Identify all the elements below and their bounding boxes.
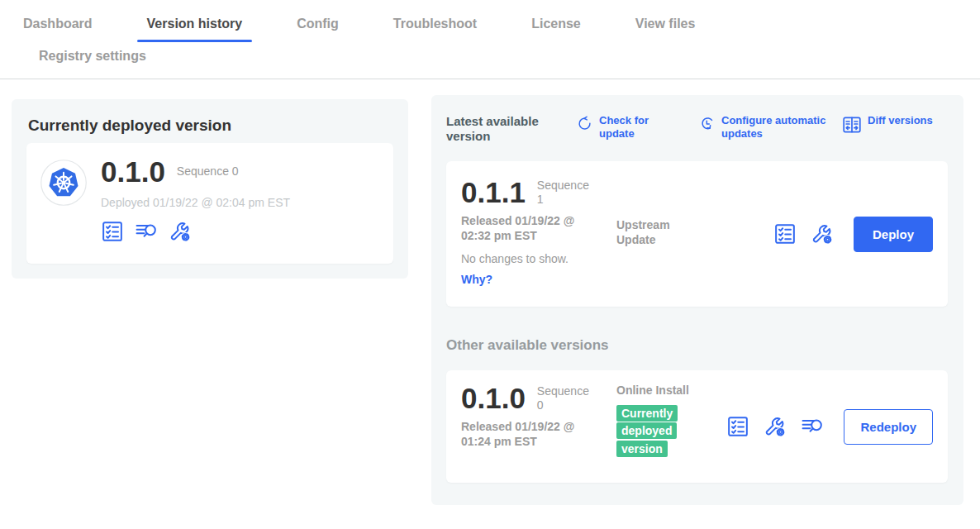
preflight-checks-icon[interactable]: [101, 220, 124, 243]
no-changes-note: No changes to show.: [461, 252, 616, 265]
deployed-sequence-label: Sequence 0: [177, 164, 239, 179]
tab-license[interactable]: License: [521, 17, 591, 42]
configure-auto-updates-label: Configure automatic updates: [721, 114, 827, 141]
other-released-timestamp: Released 01/19/22 @ 01:24 pm EST: [461, 420, 600, 449]
latest-panel-header: Latest available version Check for updat…: [446, 114, 948, 144]
check-for-update-link[interactable]: Check for update: [576, 114, 664, 141]
other-version-card: 0.1.0 Sequence 0 Released 01/19/22 @ 01:…: [446, 370, 948, 483]
auto-update-icon: [698, 115, 716, 132]
deployed-timestamp: Deployed 01/19/22 @ 02:04 pm EST: [101, 196, 290, 209]
latest-source-label: Upstream Update: [616, 218, 692, 247]
other-version-actions: Redeploy: [726, 409, 933, 445]
diff-versions-label: Diff versions: [868, 114, 933, 127]
config-wrench-icon[interactable]: [811, 222, 834, 245]
currently-deployed-badge: Currently deployed version: [616, 405, 678, 457]
preflight-checks-icon[interactable]: [726, 415, 749, 438]
check-update-icon: [576, 115, 593, 132]
diff-versions-link[interactable]: Diff versions: [842, 114, 933, 135]
currently-deployed-panel: Currently deployed version: [12, 99, 408, 279]
latest-released-timestamp: Released 01/19/22 @ 02:32 pm EST: [461, 214, 600, 243]
tab-config[interactable]: Config: [287, 17, 349, 42]
other-sequence-label: Sequence 0: [537, 384, 597, 412]
latest-source-column: Upstream Update: [616, 174, 692, 293]
deployed-version-details: 0.1.0 Sequence 0 Deployed 01/19/22 @ 02:…: [101, 154, 290, 253]
other-versions-title: Other available versions: [446, 337, 948, 354]
deploy-logs-icon[interactable]: [801, 415, 824, 438]
deployed-panel-title: Currently deployed version: [28, 117, 408, 135]
why-link[interactable]: Why?: [461, 273, 616, 286]
other-source-column: Online Install Currently deployed versio…: [616, 384, 692, 469]
preflight-checks-icon[interactable]: [773, 222, 797, 245]
deploy-logs-icon[interactable]: [135, 220, 158, 243]
deployed-version-card: 0.1.0 Sequence 0 Deployed 01/19/22 @ 02:…: [26, 143, 393, 264]
nav-row-1: Dashboard Version history Config Trouble…: [0, 0, 980, 42]
page-content: Currently deployed version: [0, 79, 980, 527]
tab-troubleshoot[interactable]: Troubleshoot: [383, 17, 487, 42]
tab-registry-settings[interactable]: Registry settings: [29, 49, 156, 64]
config-wrench-icon[interactable]: [764, 415, 787, 438]
other-version-number: 0.1.0: [461, 384, 526, 412]
latest-version-number: 0.1.1: [461, 178, 526, 207]
kubernetes-logo-icon: [40, 159, 88, 207]
diff-versions-icon: [842, 115, 862, 135]
config-wrench-icon[interactable]: [169, 220, 192, 243]
tab-version-history[interactable]: Version history: [137, 17, 253, 42]
tab-dashboard[interactable]: Dashboard: [13, 17, 102, 42]
other-version-details: 0.1.0 Sequence 0 Released 01/19/22 @ 01:…: [461, 384, 616, 469]
deploy-button[interactable]: Deploy: [854, 217, 933, 252]
tab-view-files[interactable]: View files: [626, 17, 706, 42]
currently-deployed-badge-wrap: Currently deployed version: [616, 405, 683, 459]
latest-version-card: 0.1.1 Sequence 1 Released 01/19/22 @ 02:…: [446, 161, 948, 307]
latest-version-details: 0.1.1 Sequence 1 Released 01/19/22 @ 02:…: [461, 174, 616, 293]
redeploy-button[interactable]: Redeploy: [844, 409, 933, 445]
latest-version-actions: Deploy: [773, 217, 933, 252]
main-nav: Dashboard Version history Config Trouble…: [0, 0, 980, 79]
latest-sequence-label: Sequence 1: [537, 179, 597, 207]
other-source-label: Online Install: [616, 384, 692, 398]
deployed-version-number: 0.1.0: [101, 157, 165, 186]
check-update-label: Check for update: [599, 114, 664, 141]
latest-available-panel: Latest available version Check for updat…: [431, 95, 963, 505]
nav-row-2: Registry settings: [0, 42, 980, 79]
latest-panel-title: Latest available version: [446, 114, 572, 144]
configure-auto-updates-link[interactable]: Configure automatic updates: [698, 114, 827, 141]
